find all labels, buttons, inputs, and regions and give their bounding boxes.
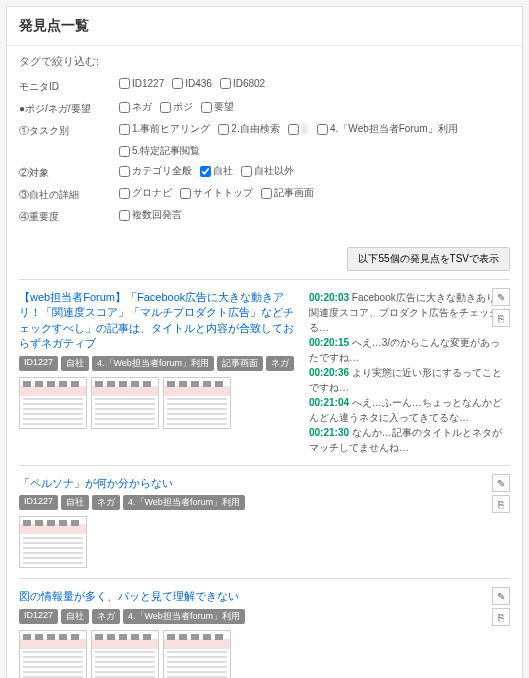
tag[interactable]: ネガ bbox=[92, 495, 120, 510]
finding-item: 【web担当者Forum】「Facebook広告に大きな動きアリ！「関連度スコア… bbox=[19, 279, 510, 465]
filter-option[interactable]: 3. bbox=[288, 122, 309, 136]
filter-option[interactable]: ポジ bbox=[160, 100, 193, 114]
filter-label: ●ポジ/ネガ/要望 bbox=[19, 100, 119, 116]
tag[interactable]: ID1227 bbox=[19, 356, 58, 371]
edit-icon[interactable]: ✎ bbox=[492, 288, 510, 306]
tag[interactable]: ネガ bbox=[266, 356, 294, 371]
filter-option[interactable]: 4.「Web担当者Forum」利用 bbox=[317, 122, 458, 136]
thumbnail[interactable] bbox=[91, 377, 159, 429]
transcript bbox=[309, 589, 510, 678]
filter-label: ④重要度 bbox=[19, 208, 119, 224]
filter-checkbox[interactable] bbox=[119, 166, 130, 177]
filter-option[interactable]: 5.特定記事閲覧 bbox=[119, 144, 200, 158]
finding-item: 図の情報量が多く、パッと見て理解できないID1227自社ネガ4.「Web担当者f… bbox=[19, 578, 510, 678]
tag[interactable]: 4.「Web担当者forum」利用 bbox=[123, 495, 245, 510]
finding-title[interactable]: 「ペルソナ」が何か分からない bbox=[19, 476, 299, 491]
timestamp[interactable]: 00:20:03 bbox=[309, 292, 349, 303]
filter-section: タグで絞り込む: モニタIDID1227ID436ID6802●ポジ/ネガ/要望… bbox=[7, 46, 522, 239]
thumbnail[interactable] bbox=[163, 630, 231, 678]
edit-icon[interactable]: ✎ bbox=[492, 474, 510, 492]
filter-option[interactable]: グロナビ bbox=[119, 186, 172, 200]
filter-checkbox[interactable] bbox=[119, 210, 130, 221]
tag[interactable]: 4.「Web担当者forum」利用 bbox=[92, 356, 214, 371]
filter-checkbox[interactable] bbox=[220, 78, 231, 89]
filter-checkbox[interactable] bbox=[119, 146, 130, 157]
filter-label: モニタID bbox=[19, 78, 119, 94]
filter-checkbox[interactable] bbox=[119, 78, 130, 89]
filter-label: ①タスク別 bbox=[19, 122, 119, 138]
thumbnail[interactable] bbox=[163, 377, 231, 429]
filter-title: タグで絞り込む: bbox=[19, 54, 510, 69]
transcript: 00:20:03 Facebook広告に大きな動きあり…関連度スコア、プロダクト… bbox=[309, 290, 510, 455]
thumbnail[interactable] bbox=[19, 630, 87, 678]
filter-checkbox[interactable] bbox=[180, 188, 191, 199]
filter-option[interactable]: ID6802 bbox=[220, 78, 265, 89]
filter-checkbox[interactable] bbox=[288, 124, 299, 135]
finding-title[interactable]: 【web担当者Forum】「Facebook広告に大きな動きアリ！「関連度スコア… bbox=[19, 290, 299, 352]
filter-checkbox[interactable] bbox=[200, 166, 211, 177]
filter-checkbox[interactable] bbox=[317, 124, 328, 135]
link-icon[interactable]: ⎘ bbox=[492, 309, 510, 327]
filter-checkbox[interactable] bbox=[119, 102, 130, 113]
link-icon[interactable]: ⎘ bbox=[492, 495, 510, 513]
tag[interactable]: ネガ bbox=[92, 609, 120, 624]
filter-option[interactable]: ID1227 bbox=[119, 78, 164, 89]
filter-checkbox[interactable] bbox=[201, 102, 212, 113]
filter-checkbox[interactable] bbox=[119, 124, 130, 135]
tag[interactable]: 自社 bbox=[61, 495, 89, 510]
filter-checkbox[interactable] bbox=[172, 78, 183, 89]
filter-option[interactable]: カテゴリ全般 bbox=[119, 164, 192, 178]
filter-option[interactable]: 要望 bbox=[201, 100, 234, 114]
tag[interactable]: ID1227 bbox=[19, 609, 58, 624]
filter-option[interactable]: サイトトップ bbox=[180, 186, 253, 200]
edit-icon[interactable]: ✎ bbox=[492, 587, 510, 605]
thumbnail[interactable] bbox=[19, 516, 87, 568]
thumbnail[interactable] bbox=[91, 630, 159, 678]
tag[interactable]: ID1227 bbox=[19, 495, 58, 510]
thumbnail[interactable] bbox=[19, 377, 87, 429]
filter-checkbox[interactable] bbox=[241, 166, 252, 177]
filter-checkbox[interactable] bbox=[160, 102, 171, 113]
page-title: 発見点一覧 bbox=[7, 7, 522, 46]
transcript bbox=[309, 476, 510, 568]
filter-option[interactable]: 記事画面 bbox=[261, 186, 314, 200]
filter-option[interactable]: 自社以外 bbox=[241, 164, 294, 178]
filter-option[interactable]: 自社 bbox=[200, 164, 233, 178]
filter-option[interactable]: ID436 bbox=[172, 78, 212, 89]
timestamp[interactable]: 00:21:30 bbox=[309, 427, 349, 438]
timestamp[interactable]: 00:20:36 bbox=[309, 367, 349, 378]
filter-option[interactable]: ネガ bbox=[119, 100, 152, 114]
link-icon[interactable]: ⎘ bbox=[492, 608, 510, 626]
export-tsv-button[interactable]: 以下55個の発見点をTSVで表示 bbox=[347, 247, 510, 271]
tag[interactable]: 自社 bbox=[61, 356, 89, 371]
filter-option[interactable]: 複数回発言 bbox=[119, 208, 182, 222]
filter-option[interactable]: 1.事前ヒアリング bbox=[119, 122, 210, 136]
filter-option[interactable]: 2.自由検索 bbox=[218, 122, 279, 136]
filter-checkbox[interactable] bbox=[261, 188, 272, 199]
finding-item: 「ペルソナ」が何か分からないID1227自社ネガ4.「Web担当者forum」利… bbox=[19, 465, 510, 578]
tag[interactable]: 記事画面 bbox=[217, 356, 263, 371]
filter-label: ③自社の詳細 bbox=[19, 186, 119, 202]
filter-checkbox[interactable] bbox=[218, 124, 229, 135]
timestamp[interactable]: 00:20:15 bbox=[309, 337, 349, 348]
filter-checkbox[interactable] bbox=[119, 188, 130, 199]
filter-label: ②対象 bbox=[19, 164, 119, 180]
tag[interactable]: 自社 bbox=[61, 609, 89, 624]
timestamp[interactable]: 00:21:04 bbox=[309, 397, 349, 408]
finding-title[interactable]: 図の情報量が多く、パッと見て理解できない bbox=[19, 589, 299, 604]
tag[interactable]: 4.「Web担当者forum」利用 bbox=[123, 609, 245, 624]
